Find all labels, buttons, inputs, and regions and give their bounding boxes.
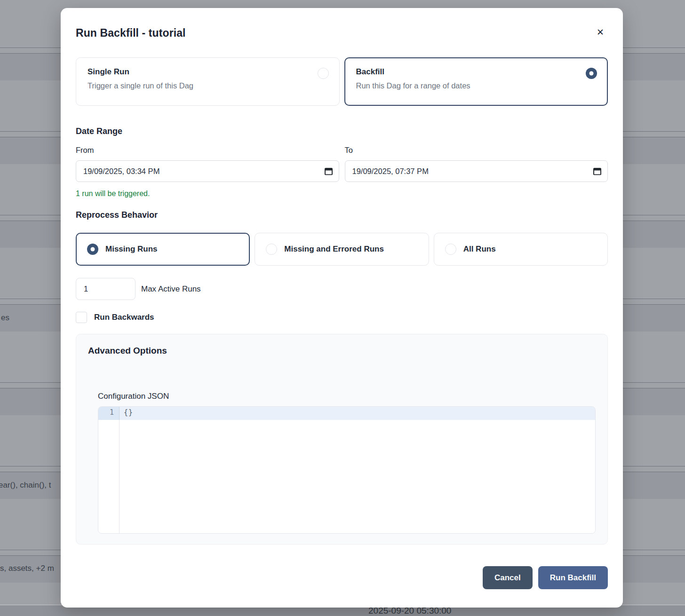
max-active-runs-field: Max Active Runs — [76, 278, 608, 300]
editor-empty-area[interactable] — [119, 420, 595, 533]
advanced-options-heading: Advanced Options — [88, 346, 596, 356]
cancel-button[interactable]: Cancel — [483, 566, 533, 589]
run-backfill-button[interactable]: Run Backfill — [538, 566, 608, 589]
editor-gutter — [98, 420, 119, 533]
editor-line-number: 1 — [98, 407, 119, 420]
mode-card-label: Single Run — [88, 67, 328, 77]
mode-card-description: Run this Dag for a range of dates — [356, 81, 597, 90]
reprocess-card-label: Missing and Errored Runs — [284, 245, 384, 254]
date-range-heading: Date Range — [76, 126, 608, 136]
from-label: From — [76, 146, 339, 155]
to-label: To — [345, 146, 608, 155]
reprocess-card-label: Missing Runs — [105, 245, 158, 254]
background-table-text: s, assets, +2 m — [0, 564, 54, 573]
advanced-options-panel: Advanced Options Configuration JSON 1 {} — [76, 334, 608, 545]
from-datetime-input[interactable] — [76, 160, 339, 182]
json-code-editor[interactable]: 1 {} — [98, 406, 596, 534]
mode-card-single-run[interactable]: Single Run Trigger a single run of this … — [76, 57, 340, 106]
radio-button-selected[interactable] — [87, 244, 98, 255]
background-table-text: es — [1, 313, 9, 323]
reprocess-card-missing-and-errored[interactable]: Missing and Errored Runs — [255, 233, 429, 266]
max-active-runs-label: Max Active Runs — [141, 284, 201, 294]
calendar-icon[interactable] — [593, 167, 601, 175]
date-range-fields: From To — [76, 146, 608, 182]
to-datetime-input[interactable] — [345, 160, 608, 182]
configuration-json-label: Configuration JSON — [98, 392, 596, 401]
radio-button[interactable] — [445, 244, 456, 255]
editor-code-line[interactable]: {} — [119, 407, 595, 420]
mode-card-backfill[interactable]: Backfill Run this Dag for a range of dat… — [344, 57, 608, 106]
reprocess-behavior-heading: Reprocess Behavior — [76, 210, 608, 220]
max-active-runs-input[interactable] — [76, 278, 135, 300]
run-backfill-dialog: ✕ Run Backfill - tutorial Single Run Tri… — [61, 8, 623, 608]
configuration-json-field: Configuration JSON 1 {} — [98, 392, 596, 534]
run-backwards-field: Run Backwards — [76, 312, 608, 323]
radio-button-selected[interactable] — [586, 68, 597, 79]
run-backwards-checkbox[interactable] — [76, 312, 87, 323]
dialog-footer: Cancel Run Backfill — [76, 566, 608, 589]
reprocess-card-label: All Runs — [463, 245, 496, 254]
radio-button[interactable] — [266, 244, 277, 255]
radio-button[interactable] — [318, 68, 329, 79]
reprocess-card-all-runs[interactable]: All Runs — [434, 233, 608, 266]
calendar-icon[interactable] — [325, 167, 333, 175]
mode-card-label: Backfill — [356, 67, 597, 77]
dialog-title: Run Backfill - tutorial — [76, 27, 608, 39]
runs-triggered-message: 1 run will be triggered. — [76, 190, 608, 198]
close-icon[interactable]: ✕ — [595, 27, 606, 38]
reprocess-options: Missing Runs Missing and Errored Runs Al… — [76, 233, 608, 266]
run-mode-options: Single Run Trigger a single run of this … — [76, 57, 608, 106]
background-table-text: ear(), chain(), t — [0, 481, 51, 490]
reprocess-card-missing-runs[interactable]: Missing Runs — [76, 233, 250, 266]
mode-card-description: Trigger a single run of this Dag — [88, 81, 328, 90]
run-backwards-label: Run Backwards — [94, 313, 154, 322]
